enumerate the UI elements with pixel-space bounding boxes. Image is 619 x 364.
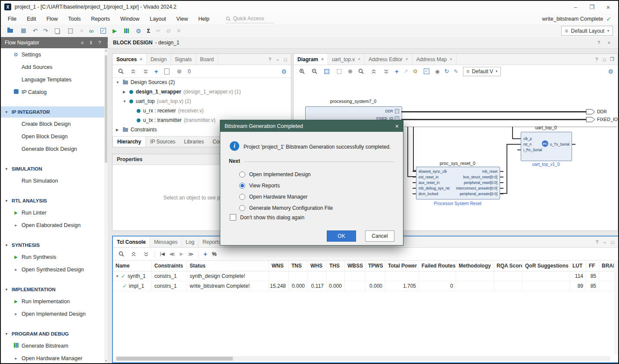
flownav-open-synthesized-design[interactable]: ▸Open Synthesized Design — [1, 263, 104, 276]
col-failed-routes[interactable]: Failed Routes — [419, 261, 456, 271]
close-icon[interactable]: × — [605, 40, 613, 45]
close-icon[interactable]: × — [406, 57, 408, 62]
help-icon[interactable]: ? — [266, 57, 274, 62]
open-folder-icon[interactable] — [6, 27, 14, 35]
scrollbar-thumb[interactable] — [116, 357, 233, 361]
help-icon[interactable]: ? — [96, 40, 103, 45]
scrollbar-thumb[interactable] — [105, 55, 107, 163]
paste-icon[interactable] — [67, 27, 75, 35]
col-rqa-score[interactable]: RQA Score — [494, 261, 522, 271]
zoom-in-icon[interactable] — [298, 68, 306, 75]
col-ff[interactable]: FF — [586, 261, 599, 271]
flownav-section-program-debug[interactable]: ▼PROGRAM AND DEBUG — [1, 328, 104, 339]
close-icon[interactable]: × — [358, 57, 360, 62]
pin-icon[interactable]: ◉ — [435, 68, 439, 75]
tab-uart-top-v[interactable]: uart_top.v× — [328, 54, 365, 65]
minimize-panel-icon[interactable]: – — [274, 57, 281, 62]
close-icon[interactable]: × — [602, 1, 615, 12]
menu-edit[interactable]: Edit — [27, 16, 36, 22]
refresh-icon[interactable]: ↻ — [444, 68, 449, 75]
dock-icon[interactable]: ≡ — [79, 40, 86, 45]
flownav-section-implementation[interactable]: ▼IMPLEMENTATION — [1, 284, 104, 295]
ddr-port-label[interactable]: DDR — [597, 109, 607, 114]
validate-icon[interactable]: ✓ — [99, 27, 107, 35]
tab-address-editor[interactable]: Address Editor× — [365, 54, 413, 65]
center-view-icon[interactable]: ⊕ — [348, 68, 353, 75]
ps7-pin-ddr[interactable]: DDR+ — [385, 109, 399, 113]
dont-show-checkbox[interactable]: Don't show this dialog again — [230, 214, 304, 221]
col-total-power[interactable]: Total Power — [385, 261, 419, 271]
tree-item-design-sources[interactable]: ▼Design Sources (2) — [113, 78, 291, 87]
tab-tcl-console[interactable]: Tcl Console — [113, 236, 150, 247]
flownav-section-ip-integrator[interactable]: ▼IP INTEGRATOR — [1, 106, 104, 118]
percent-icon[interactable]: % — [212, 251, 217, 257]
help-icon[interactable]: ? — [595, 40, 603, 45]
menu-file[interactable]: File — [8, 16, 16, 22]
table-vertical-scrollbar[interactable] — [614, 260, 618, 355]
flownav-generate-block-design[interactable]: Generate Block Design — [1, 143, 104, 155]
step-icon[interactable] — [122, 27, 130, 35]
tab-signals[interactable]: Signals — [171, 54, 196, 65]
chevron-right-icon[interactable]: ▶ — [116, 128, 119, 132]
redo-icon[interactable]: ↷ — [43, 28, 48, 34]
add-ip-icon[interactable]: + — [395, 68, 399, 75]
tab-libraries[interactable]: Libraries — [180, 137, 208, 147]
col-whs[interactable]: WHS — [308, 261, 327, 271]
link-icon[interactable]: ∞ — [89, 27, 94, 34]
maximize-icon[interactable]: ❐ — [585, 1, 598, 12]
search-icon[interactable] — [357, 68, 365, 75]
col-name[interactable]: Name — [113, 261, 152, 271]
settings-gear-icon[interactable]: ⚙ — [136, 28, 141, 34]
minimize-icon[interactable]: – — [569, 1, 582, 12]
ok-button[interactable]: OK — [327, 230, 356, 242]
scroll-up-icon[interactable]: ▲ — [104, 48, 108, 53]
flownav-open-hardware-manager[interactable]: ▸Open Hardware Manager — [1, 352, 104, 363]
radio-selected-icon[interactable] — [239, 183, 245, 189]
menu-view[interactable]: View — [176, 16, 188, 22]
col-methodology[interactable]: Methodology — [456, 261, 494, 271]
menu-layout[interactable]: Layout — [150, 16, 166, 22]
flownav-add-sources[interactable]: Add Sources — [1, 61, 104, 73]
expand-collapse-icon[interactable]: ⇕ — [88, 40, 94, 46]
float-panel-icon[interactable]: ❐ — [608, 56, 616, 62]
option-view-reports[interactable]: View Reports — [239, 181, 280, 190]
view-selector[interactable]: ≡ Default V ▾ — [463, 67, 501, 76]
help-icon[interactable]: ? — [593, 240, 601, 245]
quick-access-input[interactable]: Quick Access — [226, 15, 274, 23]
uart-block[interactable]: clk_p rst_n i_Rx_Serial o_Tx_Serial RTL — [521, 132, 572, 161]
gear-icon[interactable]: ⚙ — [608, 68, 613, 75]
tab-ip-sources[interactable]: IP Sources — [146, 137, 179, 147]
chevron-right-icon[interactable]: ▶ — [123, 90, 125, 94]
col-ths[interactable]: THS — [327, 261, 345, 271]
next-icon[interactable]: ≫ — [188, 251, 194, 257]
tab-board[interactable]: Board — [196, 54, 218, 65]
checkbox-icon[interactable] — [230, 214, 236, 221]
cancel-button[interactable]: Cancel — [365, 230, 394, 242]
undo-icon[interactable]: ↶ — [33, 28, 38, 34]
close-icon[interactable]: × — [395, 123, 399, 130]
tab-design[interactable]: Design — [147, 54, 171, 65]
flownav-open-block-design[interactable]: Open Block Design — [1, 130, 104, 143]
menu-window[interactable]: Window — [120, 16, 139, 22]
tree-item-u-rx[interactable]: u_rx : receiver(receiver.v) — [113, 106, 291, 115]
menu-tools[interactable]: Tools — [68, 16, 81, 22]
ddr-port-icon[interactable] — [586, 109, 595, 115]
flow-status[interactable]: write_bitstream Complete ✓ — [542, 16, 611, 22]
go-to-start-icon[interactable]: |◀ — [160, 251, 165, 257]
radio-icon[interactable] — [239, 194, 245, 200]
fixed-io-port-label[interactable]: FIXED_IO — [597, 117, 618, 122]
flownav-section-synthesis[interactable]: ▼SYNTHESIS — [1, 240, 104, 251]
tab-log[interactable]: Log — [182, 236, 199, 247]
collapse-all-icon[interactable] — [130, 250, 138, 258]
col-constraints[interactable]: Constraints — [152, 261, 187, 271]
option-open-implemented-design[interactable]: Open Implemented Design — [239, 170, 311, 179]
option-generate-memory-config[interactable]: Generate Memory Configuration File — [239, 204, 333, 212]
table-row-synth[interactable]: ▼✓synth_1 constrs_1 synth_design Complet… — [113, 271, 618, 281]
validate-design-icon[interactable]: ✓ — [422, 68, 430, 75]
zoom-fit-icon[interactable] — [323, 68, 331, 75]
zoom-out-icon[interactable] — [310, 68, 318, 75]
expand-all-icon[interactable] — [382, 68, 390, 75]
table-row-impl[interactable]: ✓impl_1 constrs_1 write_bitstream Comple… — [113, 281, 618, 291]
reset-block-subtitle[interactable]: Processor System Reset — [416, 201, 499, 206]
select-area-icon[interactable] — [335, 68, 343, 75]
